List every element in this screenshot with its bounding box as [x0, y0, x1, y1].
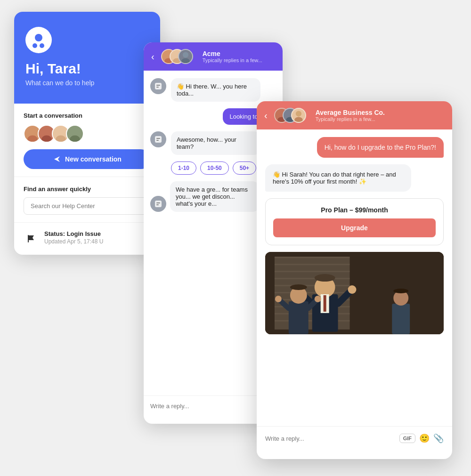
acme-avatar-3	[178, 49, 193, 64]
svg-rect-18	[155, 136, 162, 143]
svg-rect-61	[392, 304, 410, 334]
flag-icon	[24, 231, 39, 246]
svg-point-56	[290, 284, 307, 290]
logo-dots	[32, 34, 45, 46]
acme-bot-avatar-2	[150, 131, 166, 147]
acme-bot-msg-2-text: Awesome, how... your team?	[177, 136, 236, 150]
logo-dot-bl	[32, 43, 37, 48]
avg-reply-sub: Typically replies in a few...	[316, 116, 385, 122]
start-conversation-title: Start a conversation	[24, 112, 151, 119]
status-title: Status: Login Issue	[44, 230, 103, 237]
svg-point-7	[70, 136, 80, 143]
svg-rect-17	[156, 87, 159, 88]
status-subtitle: Updated Apr 5, 17:48 U	[44, 238, 103, 245]
acme-bot-msg-1: 👋 Hi there. W... you here toda...	[171, 78, 260, 102]
avg-chat-body: Hi, how do I upgrade to the Pro Plan?! 👋…	[257, 129, 452, 426]
avg-chat-footer: GIF 🙂 📎	[257, 426, 452, 450]
svg-point-6	[72, 129, 78, 135]
svg-point-14	[181, 58, 190, 64]
svg-rect-39	[275, 285, 350, 286]
emoji-button[interactable]: 🙂	[419, 433, 430, 444]
svg-rect-21	[155, 201, 162, 207]
svg-point-60	[315, 296, 321, 302]
team-size-1-10[interactable]: 1-10	[171, 161, 196, 175]
team-size-50plus[interactable]: 50+	[233, 161, 256, 175]
avatar-4	[66, 125, 84, 143]
gif-button[interactable]: GIF	[399, 434, 415, 443]
acme-bot-avatar-3	[150, 196, 166, 212]
footer-actions: GIF 🙂 📎	[399, 433, 444, 444]
svg-rect-40	[275, 292, 350, 293]
avg-user-msg: Hi, how do I upgrade to the Pro Plan?!	[317, 137, 444, 158]
svg-point-4	[57, 129, 64, 135]
svg-rect-22	[156, 202, 160, 203]
svg-point-47	[315, 274, 335, 282]
status-section: Status: Login Issue Updated Apr 5, 17:48…	[14, 223, 160, 255]
back-button-avg[interactable]: ‹	[264, 111, 269, 120]
team-size-10-50[interactable]: 10-50	[200, 161, 229, 175]
attach-icon: 📎	[433, 433, 444, 444]
acme-bot-msg-2: Awesome, how... your team?	[171, 131, 260, 155]
svg-rect-49	[324, 295, 326, 312]
back-button-acme[interactable]: ‹	[151, 52, 156, 61]
home-body: Start a conversation	[14, 104, 160, 255]
svg-rect-16	[156, 85, 160, 86]
new-conversation-label: New conversation	[65, 155, 122, 163]
start-conversation-section: Start a conversation	[14, 104, 160, 177]
svg-rect-38	[275, 278, 350, 279]
avg-chat-card: ‹ Average Business Co. Typically replies…	[257, 101, 452, 459]
search-input[interactable]	[24, 197, 151, 215]
acme-reply-sub: Typically replies in a few...	[203, 57, 262, 63]
greeting-text: Hi, Tara!	[25, 61, 149, 76]
svg-point-1	[27, 136, 37, 143]
plan-card: Pro Plan – $99/month Upgrade	[265, 198, 444, 245]
avg-header-avatars	[274, 108, 302, 123]
acme-bot-msg-1-row: 👋 Hi there. W... you here toda...	[150, 78, 276, 102]
svg-rect-35	[275, 257, 350, 258]
subtitle-text: What can we do to help	[25, 79, 149, 87]
logo-dot-main	[35, 34, 42, 41]
upgrade-button[interactable]: Upgrade	[273, 218, 436, 237]
logo-dot-br	[40, 43, 44, 48]
acme-bot-msg-3: We have a gre... for teams you... we get…	[170, 181, 259, 212]
svg-point-5	[56, 136, 65, 143]
avg-reply-input[interactable]	[265, 435, 395, 442]
status-text: Status: Login Issue Updated Apr 5, 17:48…	[44, 230, 103, 245]
svg-rect-37	[275, 271, 350, 272]
svg-rect-44	[275, 320, 350, 322]
app-logo	[25, 27, 52, 53]
svg-point-59	[275, 296, 282, 302]
avg-avatar-3	[291, 108, 306, 123]
svg-rect-19	[156, 138, 160, 139]
find-answer-section: Find an answer quickly	[14, 177, 160, 223]
acme-chat-header: ‹ Acme Typically replies in a few...	[144, 42, 283, 71]
acme-bot-avatar-1	[150, 78, 166, 94]
plan-name: Pro Plan – $99/month	[273, 206, 436, 214]
svg-rect-8	[28, 235, 29, 242]
svg-rect-23	[156, 204, 159, 205]
acme-company-name: Acme	[203, 50, 262, 57]
svg-rect-36	[275, 264, 350, 265]
team-avatars	[24, 125, 151, 143]
avg-chat-header: ‹ Average Business Co. Typically replies…	[257, 101, 452, 129]
avg-header-info: Average Business Co. Typically replies i…	[316, 109, 385, 122]
svg-point-63	[393, 289, 408, 293]
new-conversation-button[interactable]: New conversation	[24, 149, 151, 169]
emoji-icon: 🙂	[419, 433, 430, 444]
svg-rect-15	[155, 83, 162, 89]
svg-point-31	[294, 117, 303, 123]
svg-point-3	[41, 136, 51, 143]
avg-company-name: Average Business Co.	[316, 109, 385, 116]
home-header: Hi, Tara! What can we do to help	[14, 12, 160, 104]
svg-point-2	[43, 129, 50, 135]
attach-button[interactable]: 📎	[433, 433, 444, 444]
avg-agent-msg: 👋 Hi Sarah! You can do that right here –…	[265, 164, 411, 192]
gif-inner	[265, 252, 444, 334]
acme-header-avatars	[161, 49, 189, 64]
svg-point-13	[183, 52, 188, 57]
home-card: Hi, Tara! What can we do to help Start a…	[14, 12, 160, 255]
send-icon	[53, 155, 61, 163]
scene: Hi, Tara! What can we do to help Start a…	[0, 0, 471, 476]
gif-image	[265, 252, 444, 334]
svg-point-30	[296, 111, 301, 116]
